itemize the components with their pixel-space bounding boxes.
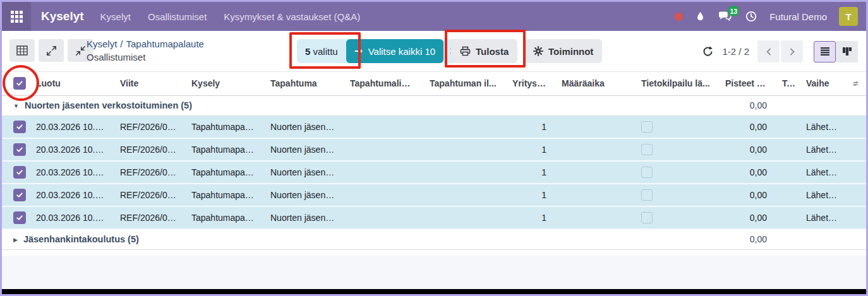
group-row-nuorten[interactable]: ▼Nuorten jäsenten verkostoituminen (5) 0… bbox=[2, 95, 866, 115]
select-all-button[interactable]: Valitse kaikki 10 bbox=[346, 39, 443, 63]
nav-item-osallistumiset[interactable]: Osallistumiset bbox=[148, 11, 207, 22]
breadcrumb-current[interactable]: Tapahtumapalaute bbox=[126, 38, 204, 49]
refresh-button[interactable] bbox=[702, 45, 714, 57]
group-score: 0,00 bbox=[718, 229, 775, 249]
activities-button[interactable] bbox=[745, 10, 757, 23]
actions-button[interactable]: Toiminnot bbox=[524, 39, 602, 63]
apps-menu-button[interactable] bbox=[2, 2, 31, 31]
top-navbar: Kyselyt Kyselyt Osallistumiset Kysymykse… bbox=[2, 2, 866, 31]
cell-pisteet: 0,00 bbox=[718, 161, 775, 184]
caret-right-icon: ▶ bbox=[13, 237, 18, 243]
nav-item-kyselyt[interactable]: Kyselyt bbox=[100, 11, 131, 22]
group-label: Jäsenhankintakoulutus (5) bbox=[23, 234, 139, 244]
list-view-switch-button[interactable] bbox=[814, 41, 836, 62]
arrow-right-icon bbox=[354, 47, 363, 56]
pager-previous-button[interactable] bbox=[757, 40, 780, 62]
table-row[interactable]: 20.03.2026 10.23.... REF/2026/00083 Tapa… bbox=[2, 138, 866, 161]
table-row[interactable]: 20.03.2026 10.22.... REF/2026/00081 Tapa… bbox=[2, 184, 866, 206]
clock-icon bbox=[745, 10, 757, 23]
cell-viite: REF/2026/00082 bbox=[112, 161, 184, 184]
kanban-view-switch-button[interactable] bbox=[836, 41, 858, 62]
pager-next-button[interactable] bbox=[781, 40, 803, 62]
pager bbox=[757, 40, 803, 62]
expand-button[interactable] bbox=[39, 39, 64, 62]
column-header-tapahtuma[interactable]: Tapahtuma bbox=[263, 72, 342, 95]
quiz-passed-checkbox bbox=[641, 167, 653, 178]
nav-item-kysymykset[interactable]: Kysymykset & vastaukset (Q&A) bbox=[224, 11, 360, 22]
messages-button[interactable]: 13 bbox=[718, 10, 733, 23]
column-header-viite[interactable]: Viite bbox=[112, 72, 184, 95]
column-header-pisteet[interactable]: Pisteet (%) bbox=[718, 72, 775, 95]
column-header-vaihe[interactable]: Vaihe bbox=[799, 72, 845, 95]
navbar-systray: 13 Futural Demo T bbox=[675, 7, 858, 26]
cell-yritys-nro: 1 bbox=[505, 206, 554, 229]
cell-luotu: 20.03.2026 10.23.... bbox=[28, 138, 112, 161]
group-label: Nuorten jäsenten verkostoituminen (5) bbox=[25, 100, 192, 110]
actions-label: Toiminnot bbox=[548, 46, 593, 57]
select-all-checkbox[interactable] bbox=[13, 77, 26, 90]
cell-tapahtuma: Nuorten jäsenten... bbox=[263, 184, 342, 206]
cell-yritys-nro: 1 bbox=[505, 161, 554, 184]
selected-count-word: valittu bbox=[313, 46, 338, 57]
print-button[interactable]: Tulosta bbox=[451, 39, 517, 63]
apps-grid-icon bbox=[11, 11, 23, 23]
table-icon bbox=[16, 45, 28, 56]
bottom-bar bbox=[2, 289, 866, 294]
adjust-columns-icon[interactable] bbox=[853, 79, 859, 88]
cell-kysely: Tapahtumapalaute bbox=[184, 161, 263, 184]
row-checkbox[interactable] bbox=[13, 189, 26, 201]
row-checkbox[interactable] bbox=[13, 211, 26, 224]
cell-pisteet: 0,00 bbox=[718, 206, 775, 229]
cell-pisteet: 0,00 bbox=[718, 115, 775, 138]
row-checkbox[interactable] bbox=[13, 143, 26, 156]
cell-kysely: Tapahtumapalaute bbox=[184, 138, 263, 161]
record-dot-icon bbox=[675, 13, 683, 21]
message-count-badge: 13 bbox=[728, 6, 739, 16]
cell-tapahtuma: Nuorten jäsenten... bbox=[263, 206, 342, 229]
cell-vaihe: Lähetet... bbox=[799, 161, 845, 184]
table-row[interactable]: 20.03.2026 10.23.... REF/2026/00084 Tapa… bbox=[2, 115, 866, 138]
table-view-button[interactable] bbox=[9, 39, 35, 62]
column-header-tapahtumalippu[interactable]: Tapahtumalippu bbox=[342, 72, 422, 95]
cell-tapahtuma: Nuorten jäsenten... bbox=[263, 138, 342, 161]
group-row-jasenhankinta[interactable]: ▶Jäsenhankintakoulutus (5) 0,00 bbox=[2, 229, 866, 249]
list-icon bbox=[820, 47, 830, 56]
cell-yritys-nro: 1 bbox=[505, 138, 554, 161]
column-header-t[interactable]: T... bbox=[775, 72, 799, 95]
row-checkbox[interactable] bbox=[13, 121, 26, 133]
cell-viite: REF/2026/00084 bbox=[112, 115, 184, 138]
column-header-tapahtuman-il[interactable]: Tapahtuman il... bbox=[422, 72, 505, 95]
select-all-label: Valitse kaikki 10 bbox=[368, 46, 435, 57]
column-header-yritys-nro[interactable]: Yritys nro bbox=[505, 72, 554, 95]
app-brand[interactable]: Kyselyt bbox=[41, 9, 84, 23]
kanban-icon bbox=[842, 47, 852, 56]
selected-count: 5 bbox=[305, 46, 310, 57]
list-view-table: Luotu Viite Kysely Tapahtuma Tapahtumali… bbox=[2, 71, 866, 250]
cell-luotu: 20.03.2026 10.22.... bbox=[28, 184, 112, 206]
app-window: Kyselyt Kyselyt Osallistumiset Kysymykse… bbox=[0, 0, 868, 296]
cell-tapahtuma: Nuorten jäsenten... bbox=[263, 161, 342, 184]
collapse-arrows-icon bbox=[75, 45, 86, 56]
cell-yritys-nro: 1 bbox=[505, 184, 554, 206]
column-header-maaraaika[interactable]: Määräaika bbox=[554, 72, 634, 95]
expand-arrows-icon bbox=[46, 45, 57, 56]
column-header-luotu[interactable]: Luotu bbox=[28, 72, 112, 95]
user-menu[interactable]: Futural Demo bbox=[769, 11, 827, 22]
quiz-passed-checkbox bbox=[641, 144, 653, 155]
avatar[interactable]: T bbox=[839, 7, 858, 26]
cell-vaihe: Lähetet... bbox=[799, 184, 845, 206]
breadcrumb-parent[interactable]: Kyselyt bbox=[87, 38, 117, 49]
droplet-button[interactable] bbox=[695, 11, 706, 22]
view-switcher bbox=[814, 41, 858, 62]
table-row[interactable]: 20.03.2026 10.22.... REF/2026/00082 Tapa… bbox=[2, 161, 866, 184]
row-checkbox[interactable] bbox=[13, 166, 26, 179]
content-background bbox=[2, 256, 866, 289]
table-row[interactable]: 20.03.2026 10.19.... REF/2026/00080 Tapa… bbox=[2, 206, 866, 229]
column-header-tietokilpailu[interactable]: Tietokilpailu lä... bbox=[634, 72, 718, 95]
cell-luotu: 20.03.2026 10.22.... bbox=[28, 161, 112, 184]
cell-kysely: Tapahtumapalaute bbox=[184, 115, 263, 138]
column-header-kysely[interactable]: Kysely bbox=[184, 72, 263, 95]
table-header-row: Luotu Viite Kysely Tapahtuma Tapahtumali… bbox=[2, 72, 866, 95]
pager-range: 1-2 / 2 bbox=[722, 46, 749, 57]
selection-banner: 5 valittu Valitse kaikki 10 × bbox=[297, 39, 464, 63]
